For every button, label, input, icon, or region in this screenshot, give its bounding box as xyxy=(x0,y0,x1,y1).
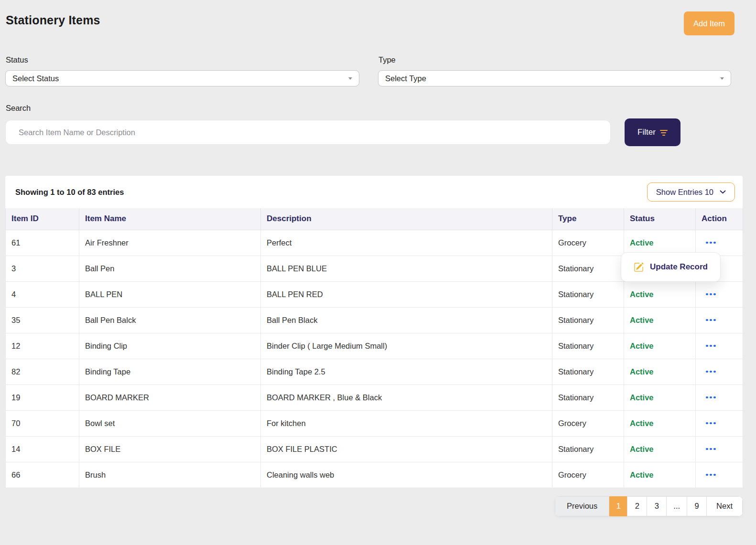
col-item-name: Item Name xyxy=(79,208,261,230)
ellipsis-icon xyxy=(706,242,708,244)
table-row: 61 Air Freshner Perfect Grocery Active xyxy=(6,230,743,256)
search-row: Filter xyxy=(5,118,743,146)
cell-action xyxy=(696,462,743,488)
caret-down-icon xyxy=(720,77,724,80)
ellipsis-icon xyxy=(706,319,708,321)
cell-type: Stationary xyxy=(552,281,624,307)
cell-type: Stationary xyxy=(552,307,624,333)
row-actions-button[interactable] xyxy=(705,471,717,479)
status-select-value: Select Status xyxy=(12,74,59,83)
cell-item-id: 19 xyxy=(6,385,79,410)
row-actions-button[interactable] xyxy=(705,394,717,402)
ellipsis-icon xyxy=(706,396,708,399)
pagination-next-button[interactable]: Next xyxy=(706,496,743,516)
table-card-header: Showing 1 to 10 of 83 entries Show Entri… xyxy=(5,176,743,208)
entries-summary: Showing 1 to 10 of 83 entries xyxy=(15,188,124,197)
col-type: Type xyxy=(552,208,624,230)
cell-item-name: Air Freshner xyxy=(79,230,261,256)
cell-item-id: 82 xyxy=(6,359,79,385)
cell-item-id: 4 xyxy=(6,281,79,307)
pagination-page-button[interactable]: 3 xyxy=(647,496,667,516)
row-actions-button[interactable] xyxy=(705,342,717,350)
type-select-value: Select Type xyxy=(385,74,426,83)
cell-item-id: 35 xyxy=(6,307,79,333)
table-header-row: Item ID Item Name Description Type Statu… xyxy=(6,208,743,230)
cell-item-name: Ball Pen Balck xyxy=(79,307,261,333)
cell-description: BALL PEN RED xyxy=(261,281,552,307)
cell-description: Ball Pen Black xyxy=(261,307,552,333)
filter-button-label: Filter xyxy=(637,128,656,137)
cell-item-id: 14 xyxy=(6,436,79,462)
ellipsis-icon xyxy=(706,422,708,425)
cell-item-id: 3 xyxy=(6,256,79,281)
table-row: 12 Binding Clip Binder Clip ( Large Medi… xyxy=(6,333,743,359)
update-record-menu-item[interactable]: Update Record xyxy=(621,252,721,282)
pagination-page-button[interactable]: 2 xyxy=(627,496,647,516)
edit-icon xyxy=(634,262,644,272)
table-row: 14 BOX FILE BOX FILE PLASTIC Stationary … xyxy=(6,436,743,462)
cell-action xyxy=(696,436,743,462)
cell-status: Active xyxy=(624,307,696,333)
cell-description: BOX FILE PLASTIC xyxy=(261,436,552,462)
table-row: 82 Binding Tape Binding Tape 2.5 Station… xyxy=(6,359,743,385)
cell-type: Grocery xyxy=(552,410,624,436)
status-filter-group: Status Select Status xyxy=(5,38,359,86)
type-select[interactable]: Select Type xyxy=(378,70,731,86)
cell-status: Active xyxy=(624,230,696,256)
show-entries-label: Show Entries 10 xyxy=(656,188,713,197)
filter-lines-icon xyxy=(660,130,668,136)
pagination-previous-button[interactable]: Previous xyxy=(555,496,609,516)
show-entries-select[interactable]: Show Entries 10 xyxy=(647,182,735,202)
cell-item-name: Ball Pen xyxy=(79,256,261,281)
table-card: Showing 1 to 10 of 83 entries Show Entri… xyxy=(5,176,743,488)
top-bar: Stationery Items Add Item xyxy=(5,0,743,38)
pagination-page-button[interactable]: 9 xyxy=(687,496,707,516)
page-title: Stationery Items xyxy=(6,13,100,27)
cell-action xyxy=(696,333,743,359)
pagination: Previous 1 2 3 ... 9 Next xyxy=(5,496,743,516)
cell-type: Stationary xyxy=(552,385,624,410)
type-label: Type xyxy=(378,55,731,64)
cell-status: Active xyxy=(624,281,696,307)
cell-type: Stationary xyxy=(552,333,624,359)
col-description: Description xyxy=(261,208,552,230)
table-row: 35 Ball Pen Balck Ball Pen Black Station… xyxy=(6,307,743,333)
filters-grid: Status Select Status Type Select Type xyxy=(5,38,743,86)
row-actions-button[interactable] xyxy=(705,290,717,299)
cell-description: Binder Clip ( Large Medium Small) xyxy=(261,333,552,359)
cell-item-id: 61 xyxy=(6,230,79,256)
cell-item-id: 12 xyxy=(6,333,79,359)
page: Stationery Items Add Item Status Select … xyxy=(0,0,756,516)
table-row: 66 Brush Cleaning walls web Grocery Acti… xyxy=(6,462,743,488)
cell-item-id: 70 xyxy=(6,410,79,436)
cell-description: For kitchen xyxy=(261,410,552,436)
cell-status: Active xyxy=(624,359,696,385)
cell-type: Stationary xyxy=(552,256,624,281)
filter-button[interactable]: Filter xyxy=(625,118,680,146)
cell-description: BALL PEN BLUE xyxy=(261,256,552,281)
cell-type: Stationary xyxy=(552,359,624,385)
row-actions-button[interactable] xyxy=(705,316,717,324)
search-input[interactable] xyxy=(5,120,611,145)
cell-description: Cleaning walls web xyxy=(261,462,552,488)
cell-description: BOARD MARKER , Blue & Black xyxy=(261,385,552,410)
cell-action xyxy=(696,281,743,307)
col-item-id: Item ID xyxy=(6,208,79,230)
status-select[interactable]: Select Status xyxy=(5,70,359,86)
row-actions-button[interactable] xyxy=(705,368,717,376)
table-row: 19 BOARD MARKER BOARD MARKER , Blue & Bl… xyxy=(6,385,743,410)
row-actions-button[interactable] xyxy=(705,445,717,453)
cell-status: Active xyxy=(624,462,696,488)
table-row: 4 BALL PEN BALL PEN RED Stationary Activ… xyxy=(6,281,743,307)
ellipsis-icon xyxy=(706,474,708,476)
cell-item-name: Bowl set xyxy=(79,410,261,436)
row-actions-button[interactable] xyxy=(705,419,717,427)
pagination-page-button[interactable]: 1 xyxy=(609,496,627,516)
cell-description: Binding Tape 2.5 xyxy=(261,359,552,385)
add-item-button[interactable]: Add Item xyxy=(684,11,734,35)
cell-item-name: Binding Tape xyxy=(79,359,261,385)
row-actions-button[interactable] xyxy=(705,239,717,247)
cell-action xyxy=(696,359,743,385)
cell-item-name: BOARD MARKER xyxy=(79,385,261,410)
cell-status: Active xyxy=(624,333,696,359)
